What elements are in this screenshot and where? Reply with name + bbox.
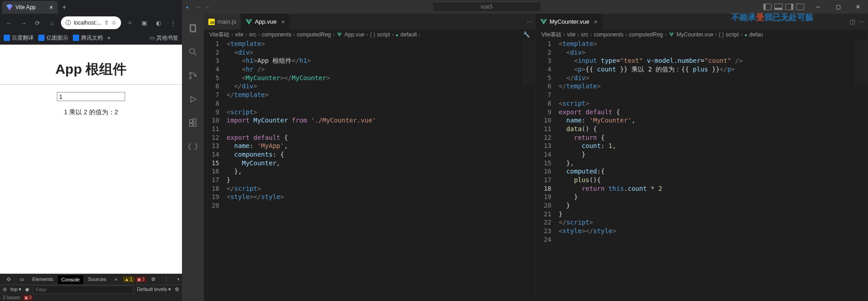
layout-sidebar-left-icon[interactable] (763, 4, 772, 10)
activity-bar (182, 14, 204, 301)
svg-point-5 (190, 77, 192, 79)
vscode-titlebar: ⬥ ← → vue3 ─ ▢ ✕ (182, 0, 868, 14)
devtools-tab-sources[interactable]: Sources (84, 275, 110, 284)
errors-badge[interactable]: ▣ 3 (135, 276, 146, 282)
bookmark-item[interactable]: 腾讯文档 (73, 34, 103, 42)
activity-search-icon[interactable] (182, 41, 204, 63)
devtools-tab-elements[interactable]: Elements (29, 275, 57, 284)
code-editor[interactable]: 123456789101112131415161718192021222324 … (536, 40, 868, 301)
tab-appvue[interactable]: App.vue × (241, 14, 290, 30)
warnings-badge[interactable]: ▲ 1 (123, 276, 134, 282)
browser-tab-strip: Vite App × + (0, 0, 182, 15)
window-minimize-icon[interactable]: ─ (808, 0, 828, 14)
devtools-inspect-icon[interactable]: ⯐ (3, 275, 15, 284)
context-selector[interactable]: top ▾ (10, 286, 21, 292)
js-icon: JS (208, 19, 215, 25)
vite-icon (6, 4, 13, 10)
layout-panel-icon[interactable] (774, 4, 782, 10)
breadcrumb-action-icon[interactable]: 🔧 (523, 31, 530, 38)
reader-icon[interactable]: ▣ (139, 17, 150, 28)
split-editor-icon[interactable]: ◫ (850, 18, 855, 25)
star-icon[interactable]: ☆ (111, 20, 116, 26)
svg-rect-11 (193, 119, 196, 122)
page-title: App 根组件 (0, 60, 182, 79)
activity-remote-icon[interactable] (182, 136, 204, 158)
editor-actions-more-icon[interactable]: ⋯ (859, 18, 865, 25)
devtools-settings-icon[interactable]: ⚙ (147, 275, 159, 284)
share-icon[interactable]: ⇧ (104, 20, 109, 26)
activity-explorer-icon[interactable] (182, 17, 204, 39)
vscode-window: ⬥ ← → vue3 ─ ▢ ✕ (182, 0, 868, 301)
svg-rect-8 (190, 120, 192, 122)
log-levels-selector[interactable]: Default levels ▾ (137, 286, 171, 292)
title-forward-icon[interactable]: → (204, 4, 210, 10)
nav-home-icon[interactable]: ⌂ (47, 17, 58, 28)
svg-rect-10 (193, 123, 196, 126)
code-editor[interactable]: 1234567891011121314151617181920 <templat… (204, 40, 535, 301)
editor-group-1: JS main.js App.vue × ⋯ Vite基础› (204, 14, 536, 301)
layout-customize-icon[interactable] (796, 4, 804, 10)
tab-close-icon[interactable]: × (281, 18, 285, 26)
command-center-search[interactable]: vue3 (432, 2, 541, 12)
nav-reload-icon[interactable]: ⟳ (32, 17, 43, 28)
title-back-icon[interactable]: ← (196, 4, 202, 10)
site-info-icon[interactable]: ⓘ (66, 19, 71, 27)
nav-forward-icon[interactable]: → (18, 17, 29, 28)
svg-line-3 (194, 53, 197, 56)
browser-tab[interactable]: Vite App × (2, 1, 58, 14)
browser-toolbar: ← → ⟳ ⌂ ⓘ localhost:... ⇧ ☆ ✧ ▣ ◐ ⋮ (0, 15, 182, 31)
issues-label: 3 Issues: (3, 295, 21, 300)
console-filter-input[interactable] (33, 286, 133, 294)
tab-title: Vite App (15, 4, 35, 10)
devtools-device-icon[interactable]: ▭ (16, 275, 28, 284)
result-text: 1 乘以 2 的值为：2 (0, 108, 182, 117)
editor-group-2: MyCounter.vue × ◫ ⋯ Vite基础› vite› src› c… (536, 14, 868, 301)
console-clear-icon[interactable]: ⊘ (3, 286, 7, 292)
devtools-more-icon[interactable]: ⋮ (160, 275, 172, 284)
activity-extensions-icon[interactable] (182, 112, 204, 134)
activity-scm-icon[interactable] (182, 65, 204, 87)
bookmark-icon (4, 35, 10, 41)
svg-rect-9 (190, 123, 192, 126)
devtools: ⯐ ▭ Elements Console Sources » ▲ 1 ▣ 3 ⚙… (0, 274, 182, 301)
count-input[interactable] (57, 92, 125, 101)
bookmark-icon (73, 35, 79, 41)
svg-marker-7 (191, 97, 196, 102)
vue-icon (540, 19, 547, 25)
tab-mainjs[interactable]: JS main.js (204, 14, 241, 30)
eye-icon[interactable]: ◉ (25, 286, 30, 292)
browser-window: Vite App × + ← → ⟳ ⌂ ⓘ localhost:... ⇧ ☆… (0, 0, 182, 301)
menu-icon[interactable]: ⋮ (167, 17, 178, 28)
bookmark-item[interactable]: 百度翻译 (4, 34, 34, 42)
editor-actions-more-icon[interactable]: ⋯ (527, 18, 533, 25)
new-tab-button[interactable]: + (58, 1, 71, 13)
vue-icon (246, 19, 252, 25)
vscode-brand-icon: ⬥ (186, 4, 189, 10)
issues-count-badge[interactable]: ▣ 3 (22, 295, 34, 301)
svg-point-4 (190, 72, 192, 74)
layout-sidebar-right-icon[interactable] (785, 4, 793, 10)
breadcrumbs[interactable]: Vite基础› vite› src› components› computedR… (536, 30, 868, 40)
devtools-tab-console[interactable]: Console (58, 275, 83, 284)
bookmarks-overflow[interactable]: » (107, 35, 111, 41)
console-settings-icon[interactable]: ⚙ (175, 286, 179, 292)
tab-close-icon[interactable]: × (594, 18, 597, 26)
tab-close-icon[interactable]: × (49, 4, 53, 11)
page-content: App 根组件 1 乘以 2 的值为：2 (0, 45, 182, 274)
tab-mycountervue[interactable]: MyCounter.vue × (536, 14, 603, 30)
svg-point-2 (190, 49, 195, 54)
extensions-icon[interactable]: ✧ (125, 17, 136, 28)
nav-back-icon[interactable]: ← (4, 17, 15, 28)
address-bar[interactable]: ⓘ localhost:... ⇧ ☆ (61, 16, 121, 29)
profile-icon[interactable]: ◐ (153, 17, 164, 28)
window-maximize-icon[interactable]: ▢ (828, 0, 848, 14)
bookmark-item[interactable]: 亿图图示 (38, 34, 68, 42)
breadcrumbs[interactable]: Vite基础› vite› src› components› computedR… (204, 30, 535, 40)
activity-debug-icon[interactable] (182, 88, 204, 110)
devtools-tabs: ⯐ ▭ Elements Console Sources » ▲ 1 ▣ 3 ⚙… (0, 274, 182, 285)
devtools-tabs-more[interactable]: » (111, 275, 121, 284)
other-bookmarks[interactable]: ▭ 其他书签 (150, 34, 178, 42)
window-close-icon[interactable]: ✕ (848, 0, 868, 14)
url-text: localhost:... (74, 20, 101, 26)
divider (0, 84, 182, 85)
